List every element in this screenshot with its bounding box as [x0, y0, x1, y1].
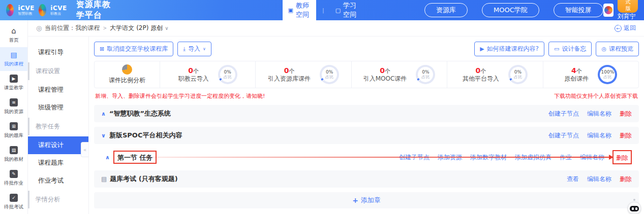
menu-item-course-grades[interactable]: 课程成绩: [28, 209, 88, 214]
chapter-title: 新版SPOC平台相关内容: [109, 131, 182, 140]
smart-casting-button[interactable]: 智能投屏: [554, 3, 603, 17]
stat-zhijiaoyun-import: 0个 职教云导入 0%占比: [160, 61, 255, 88]
nav-divider: |: [322, 7, 324, 14]
logo1-acronym: iCVE: [18, 5, 34, 11]
menu-item-course-question-bank[interactable]: 课程题库: [28, 154, 88, 172]
sidebar-item-my-question-bank[interactable]: ⊞ 我的题库: [0, 119, 27, 142]
delete-link[interactable]: 删除: [620, 175, 632, 184]
icve-zhihui-logo-icon: [6, 4, 14, 16]
breadcrumb-my-courses[interactable]: 我的课程: [75, 24, 100, 32]
sidebar-item-classroom-teaching[interactable]: ▶ 课堂教学: [0, 71, 27, 95]
annotation-arrow: [145, 157, 612, 158]
import-dropdown-button[interactable]: ⤓ 导入 ∨: [177, 42, 211, 56]
sidebar-item-home[interactable]: ⌂ 首页: [0, 23, 27, 47]
stat-unit: 个: [480, 68, 486, 75]
cancel-submit-button[interactable]: ⊠ 取消提交至学校课程库: [94, 42, 173, 56]
design-memo-label: 设计备忘: [562, 45, 586, 53]
gauge-label: 占比: [514, 75, 522, 80]
teacher-space-tab[interactable]: ▣ 教师空间: [283, 0, 316, 21]
learning-space-icon: ▢: [335, 7, 341, 14]
delete-link[interactable]: 删除: [616, 154, 628, 161]
stat-unit: 个: [193, 68, 199, 75]
edit-name-link[interactable]: 编辑名称: [587, 131, 611, 140]
sidebar-label: 待批考试: [4, 203, 23, 210]
chevron-down-icon: ∨: [618, 22, 621, 27]
sidebar-item-my-resources[interactable]: ≡ 我的资源: [0, 95, 27, 119]
submit-icon: ⊠: [100, 46, 104, 52]
sidebar-label: 课堂教学: [4, 84, 23, 91]
assistant-robot-icon[interactable]: [628, 199, 641, 214]
add-chapter-label: 添加章: [361, 196, 381, 205]
course-design-panel: ⊠ 取消提交至学校课程库 ⤓ 导入 ∨ ▶ 如何搭建课程内容?: [89, 37, 644, 214]
menu-header-learning-analysis: 学情分析: [28, 191, 88, 208]
stat-unit: 个: [289, 68, 294, 75]
book-icon: ▤: [10, 51, 18, 59]
add-chapter-button[interactable]: + 添加章: [94, 192, 639, 208]
sidebar-item-pending-homework[interactable]: ✎ 待批作业: [0, 166, 27, 190]
expand-arrow-icon[interactable]: ∨: [101, 132, 106, 139]
course-menu-sidebar: 课程引导 课程设置 课程管理 班级管理 教学任务 课程设计 课程题库 作业考试 …: [28, 37, 89, 214]
chapter-row-spoc-content: ∨ 新版SPOC平台相关内容 创建子节点 编辑名称 删除: [94, 127, 639, 144]
logo2-acronym: iCVE: [50, 5, 67, 11]
breadcrumb: ◎ 当前位置： 我的课程 ＞ 大学语文 (2P) 原创 ∨ ← 返回: [28, 20, 644, 37]
gauge-label: 占比: [325, 75, 333, 80]
view-link[interactable]: 查看: [567, 175, 579, 184]
icve-zhijiaoyun-logo-text: iCVE 职教云: [50, 5, 67, 16]
logo2-sub: 职教云: [50, 12, 67, 16]
stat-original-courseware: 4个 原创课件 100%占比: [543, 61, 638, 88]
resource-library-button[interactable]: 资源库: [424, 3, 468, 17]
top-header: iCVE 智慧职教 iCVE 职教云 资源库教学平台 ▣ 教师空间 | ▢ 学习…: [0, 0, 644, 20]
avatar-logo-icon: [604, 6, 612, 14]
chapter-title: “智慧职教”生态系统: [109, 109, 171, 118]
sidebar-label: 我的教材: [4, 156, 23, 162]
icve-zhijiaoyun-logo-icon: [39, 4, 46, 16]
mooc-academy-button[interactable]: MOOC学院: [482, 3, 539, 17]
sidebar-collapse-handle[interactable]: «: [81, 142, 88, 157]
avatar[interactable]: [603, 4, 614, 17]
stat-count: 0: [476, 66, 481, 75]
menu-item-course-management[interactable]: 课程管理: [28, 81, 88, 99]
delete-link[interactable]: 删除: [620, 110, 632, 118]
menu-item-homework-exam[interactable]: 作业考试: [28, 172, 88, 190]
ratio-analysis-label-group: 课件比例分析: [95, 64, 160, 85]
sidebar-item-my-courses[interactable]: ▤ 我的课程: [0, 47, 27, 71]
app-window: iCVE 智慧职教 iCVE 职教云 资源库教学平台 ▣ 教师空间 | ▢ 学习…: [0, 0, 644, 214]
learning-space-tab[interactable]: ▢ 学习空间: [330, 0, 363, 21]
create-child-node-link[interactable]: 创建子节点: [548, 110, 579, 118]
course-preview-label: 课程预览: [609, 45, 633, 53]
plus-icon: +: [352, 196, 358, 204]
video-guide-icon: ▶: [480, 46, 484, 52]
ratio-analysis-label: 课件比例分析: [109, 76, 145, 85]
collapse-arrow-icon[interactable]: ∧: [105, 154, 110, 161]
menu-item-course-guide[interactable]: 课程引导: [28, 44, 88, 61]
sidebar-item-my-textbooks[interactable]: ▤ 我的教材: [0, 142, 27, 166]
percent-gauge: 100%占比: [598, 65, 617, 84]
download-restriction-note: 下载功能仅支持个人原创资源下载: [554, 92, 638, 100]
cancel-submit-label: 取消提交至学校课程库: [107, 45, 168, 53]
gauge-label: 占比: [224, 75, 232, 80]
resources-icon: ≡: [10, 98, 18, 106]
edit-name-link[interactable]: 编辑名称: [587, 175, 611, 184]
sidebar-label: 首页: [9, 37, 19, 43]
sidebar-label: 我的资源: [4, 108, 23, 115]
design-memo-button[interactable]: ▭ 设计备忘: [548, 42, 592, 56]
section-row-first-task: ∧ 第一节 任务 创建子节点 添加资源 添加数字教材 添加虚拟仿真 作业: [94, 149, 639, 166]
logo1-sub: 智慧职教: [18, 12, 34, 16]
create-child-node-link[interactable]: 创建子节点: [548, 131, 579, 140]
breadcrumb-prefix: 当前位置：: [45, 24, 75, 32]
gauge-label: 占比: [603, 75, 611, 80]
how-to-build-button[interactable]: ▶ 如何搭建课程内容?: [474, 42, 544, 56]
progress-change-warning: 新增、导入、删除课件会引起学生学习进度一定程度的变化，请知晓!: [95, 92, 265, 100]
edit-name-link[interactable]: 编辑名称: [587, 110, 611, 118]
collapse-arrow-icon[interactable]: ∧: [101, 111, 106, 117]
warning-notices: 新增、导入、删除课件会引起学生学习进度一定程度的变化，请知晓! 下载功能仅支持个…: [94, 92, 639, 100]
menu-item-class-management[interactable]: 班级管理: [28, 99, 88, 117]
import-label: 导入: [188, 45, 200, 53]
sidebar-label: 待批作业: [4, 180, 23, 186]
menu-item-course-design[interactable]: 课程设计: [28, 136, 88, 154]
breadcrumb-current-course[interactable]: 大学语文 (2P) 原创: [110, 24, 163, 32]
delete-link[interactable]: 删除: [620, 131, 632, 140]
course-preview-button[interactable]: ◎ 课程预览: [596, 42, 639, 56]
chevron-down-icon[interactable]: ∨: [165, 25, 168, 31]
sidebar-item-pending-exams[interactable]: ✓ 待批考试: [0, 190, 27, 214]
